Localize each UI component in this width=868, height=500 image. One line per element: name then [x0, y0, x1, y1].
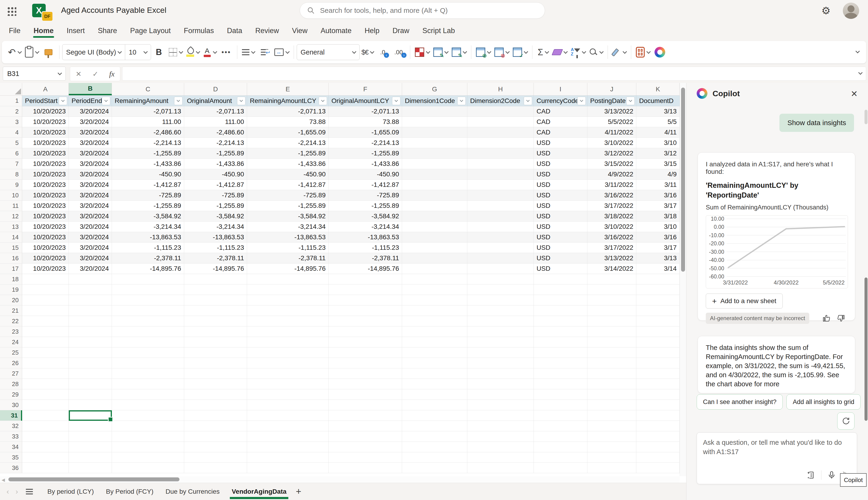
cell-F26[interactable]: [329, 358, 402, 368]
enter-icon[interactable]: ✓: [92, 70, 98, 78]
cell-K14[interactable]: 3/16: [636, 232, 680, 242]
cell-C20[interactable]: [112, 295, 184, 305]
cell-E28[interactable]: [247, 379, 329, 389]
cell-I1[interactable]: CurrencyCode: [534, 95, 587, 106]
autosum-button[interactable]: Σ: [535, 44, 551, 60]
filter-dropdown-icon[interactable]: [319, 97, 327, 105]
cell-I2[interactable]: CAD: [534, 106, 587, 117]
row-header-3[interactable]: 3: [0, 117, 22, 127]
cell-K28[interactable]: [636, 379, 680, 389]
row-header-7[interactable]: 7: [0, 159, 22, 169]
cell-B3[interactable]: 3/20/2024: [69, 117, 112, 127]
cell-K34[interactable]: [636, 442, 680, 452]
cell-B14[interactable]: 3/20/2024: [69, 232, 112, 242]
cell-C28[interactable]: [112, 379, 184, 389]
cell-I30[interactable]: [534, 400, 587, 410]
cell-B11[interactable]: 3/20/2024: [69, 201, 112, 211]
cell-F34[interactable]: [329, 442, 402, 452]
next-sheet-icon[interactable]: ›: [15, 487, 18, 496]
cell-I4[interactable]: CAD: [534, 127, 587, 138]
cell-B33[interactable]: [69, 431, 112, 442]
cell-G32[interactable]: [402, 421, 467, 431]
cell-D4[interactable]: -2,486.60: [184, 127, 247, 138]
cell-G23[interactable]: [402, 327, 467, 337]
cell-H35[interactable]: [467, 452, 534, 463]
cell-C10[interactable]: -725.89: [112, 190, 184, 201]
cell-E17[interactable]: -14,895.76: [247, 263, 329, 274]
cell-H11[interactable]: [467, 201, 534, 211]
row-header-9[interactable]: 9: [0, 180, 22, 190]
format-cells-button[interactable]: ✓: [511, 44, 529, 60]
cell-H33[interactable]: [467, 431, 534, 442]
cell-G36[interactable]: [402, 463, 467, 473]
avatar[interactable]: [843, 2, 859, 19]
more-font-options-button[interactable]: •••: [218, 44, 234, 60]
decrease-decimal-button[interactable]: .0‹: [375, 44, 391, 60]
align-button[interactable]: [240, 44, 257, 60]
cell-H14[interactable]: [467, 232, 534, 242]
add-sheet-button[interactable]: +: [296, 486, 301, 497]
cell-C22[interactable]: [112, 316, 184, 327]
cell-H17[interactable]: [467, 263, 534, 274]
cell-I19[interactable]: [534, 284, 587, 295]
row-header-20[interactable]: 20: [0, 295, 22, 305]
cell-H9[interactable]: [467, 180, 534, 190]
cell-J10[interactable]: 3/16/2022: [587, 190, 636, 201]
cell-E23[interactable]: [247, 327, 329, 337]
cell-A20[interactable]: [22, 295, 69, 305]
cell-A10[interactable]: 10/20/2023: [22, 190, 69, 201]
cell-B35[interactable]: [69, 452, 112, 463]
ribbon-options-chevron-icon[interactable]: [855, 49, 860, 53]
cell-J9[interactable]: 3/11/2022: [587, 180, 636, 190]
cell-I14[interactable]: USD: [534, 232, 587, 242]
cell-J21[interactable]: [587, 305, 636, 316]
cell-J5[interactable]: 3/10/2022: [587, 138, 636, 148]
cell-F14[interactable]: -13,863.53: [329, 232, 402, 242]
cell-B5[interactable]: 3/20/2024: [69, 138, 112, 148]
cell-K11[interactable]: 3/17: [636, 201, 680, 211]
cell-A34[interactable]: [22, 442, 69, 452]
cell-J2[interactable]: 3/13/2022: [587, 106, 636, 117]
cell-C17[interactable]: -14,895.76: [112, 263, 184, 274]
cell-B26[interactable]: [69, 358, 112, 368]
cell-D29[interactable]: [184, 389, 247, 400]
cell-D13[interactable]: -3,214.34: [184, 221, 247, 232]
row-header-28[interactable]: 28: [0, 379, 22, 389]
cell-C31[interactable]: [112, 410, 184, 421]
vertical-scrollbar[interactable]: [680, 83, 686, 476]
cell-C25[interactable]: [112, 348, 184, 358]
cell-D32[interactable]: [184, 421, 247, 431]
cell-K19[interactable]: [636, 284, 680, 295]
number-format-select[interactable]: General: [297, 44, 360, 60]
cell-I7[interactable]: USD: [534, 159, 587, 169]
cell-I34[interactable]: [534, 442, 587, 452]
cell-H1[interactable]: Dimension2Code: [467, 95, 534, 106]
cell-A19[interactable]: [22, 284, 69, 295]
cell-B24[interactable]: [69, 337, 112, 348]
cell-F16[interactable]: -2,378.11: [329, 253, 402, 263]
cell-I18[interactable]: [534, 274, 587, 284]
cell-C23[interactable]: [112, 327, 184, 337]
cell-D16[interactable]: -2,378.11: [184, 253, 247, 263]
scroll-left-icon[interactable]: ◄: [0, 477, 6, 483]
cell-E11[interactable]: -1,255.89: [247, 201, 329, 211]
prompt-guide-icon[interactable]: [806, 470, 815, 480]
cell-C26[interactable]: [112, 358, 184, 368]
cell-F33[interactable]: [329, 431, 402, 442]
row-header-10[interactable]: 10: [0, 190, 22, 201]
cell-I6[interactable]: USD: [534, 148, 587, 159]
cell-H32[interactable]: [467, 421, 534, 431]
cell-F21[interactable]: [329, 305, 402, 316]
row-header-36[interactable]: 36: [0, 463, 22, 473]
cell-D35[interactable]: [184, 452, 247, 463]
cell-J11[interactable]: 3/17/2022: [587, 201, 636, 211]
cell-J12[interactable]: 3/18/2022: [587, 211, 636, 221]
cell-A23[interactable]: [22, 327, 69, 337]
cell-A33[interactable]: [22, 431, 69, 442]
cell-D10[interactable]: -725.89: [184, 190, 247, 201]
row-header-25[interactable]: 25: [0, 348, 22, 358]
cell-C36[interactable]: [112, 463, 184, 473]
cell-A18[interactable]: [22, 274, 69, 284]
cell-C33[interactable]: [112, 431, 184, 442]
row-header-24[interactable]: 24: [0, 337, 22, 348]
